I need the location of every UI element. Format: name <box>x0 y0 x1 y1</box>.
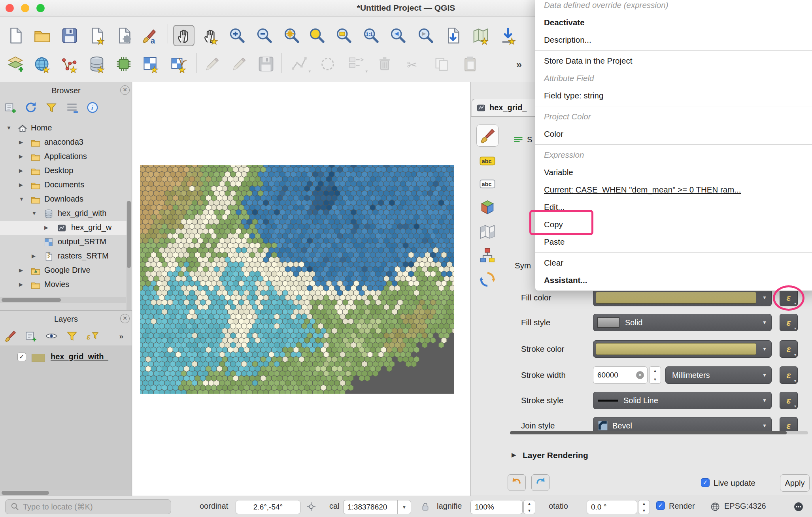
stroke-style-data-defined-button[interactable]: ε▾ <box>780 392 798 409</box>
menu-item-assistant[interactable]: Assistant... <box>535 272 812 289</box>
pan-map-button[interactable] <box>173 25 195 46</box>
new-print-layout-button[interactable]: ★ <box>86 25 108 46</box>
chevron-down-icon[interactable]: ▼ <box>32 210 37 216</box>
zoom-last-button[interactable] <box>387 25 409 46</box>
stroke-color-data-defined-button[interactable]: ε▾ <box>780 340 798 358</box>
new-virtual-layer-button[interactable] <box>113 53 134 75</box>
chevron-right-icon[interactable]: ▶ <box>19 267 23 273</box>
digitize-line-button[interactable]: ▾ <box>289 53 310 75</box>
chevron-down-icon[interactable]: ▼ <box>397 500 411 514</box>
delete-selected-button[interactable] <box>374 53 395 75</box>
tree-item-hex_grid_w[interactable]: ▶hex_grid_w <box>0 221 127 235</box>
tree-item-desktop[interactable]: ▶Desktop <box>0 164 127 178</box>
zoom-to-selection-button[interactable] <box>306 25 328 46</box>
menu-item-variable[interactable]: Variable <box>535 164 812 181</box>
toolbar-overflow-button[interactable]: » <box>511 53 533 75</box>
dock-view-button[interactable]: ★ <box>497 25 519 46</box>
copy-features-button[interactable] <box>431 53 452 75</box>
rotation-stepper[interactable]: ▲▼ <box>638 500 650 514</box>
browser-panel-close-icon[interactable]: ✕ <box>120 85 130 95</box>
clear-value-icon[interactable]: ✕ <box>636 371 644 379</box>
panel-overflow-button[interactable]: » <box>115 328 131 344</box>
menu-item-current[interactable]: Current: CASE WHEN "dem_mean" >= 0 THEN … <box>535 181 812 198</box>
history-tab[interactable] <box>476 268 499 291</box>
chevron-down-icon[interactable]: ▼ <box>19 196 24 202</box>
new-shapefile-layer-button[interactable]: ★ <box>59 53 80 75</box>
open-data-source-manager-button[interactable] <box>5 53 26 75</box>
fill-style-dropdown[interactable]: Solid ▼ <box>593 314 772 331</box>
hex-grid-map[interactable] <box>140 165 454 394</box>
properties-button[interactable]: i <box>85 100 100 115</box>
style-manager-button[interactable]: a <box>139 25 160 46</box>
paste-features-button[interactable] <box>459 53 481 75</box>
filter-by-expression-button[interactable]: ε <box>85 328 100 344</box>
styling-horizontal-scrollbar[interactable] <box>510 431 808 434</box>
zoom-out-button[interactable] <box>254 25 275 46</box>
stroke-width-stepper[interactable]: ▲▼ <box>649 366 661 384</box>
new-map-view-button[interactable] <box>442 25 464 46</box>
chevron-right-icon[interactable]: ▶ <box>19 168 23 174</box>
render-checkbox[interactable]: ✓ <box>656 501 665 510</box>
live-update-checkbox[interactable]: ✓ <box>701 478 710 487</box>
stroke-color-button[interactable]: ▼ <box>593 340 772 358</box>
tree-item-anaconda3[interactable]: ▶anaconda3 <box>0 136 127 150</box>
menu-item-clear[interactable]: Clear <box>535 254 812 272</box>
tree-item-home[interactable]: ▼Home <box>0 121 127 136</box>
expand-triangle-icon[interactable]: ▶ <box>512 451 516 459</box>
rotation-input[interactable]: 0.0 ° <box>587 500 637 514</box>
add-group-button[interactable] <box>23 328 39 344</box>
stroke-width-input[interactable]: 60000 ✕ <box>593 366 648 384</box>
layer-rendering-section[interactable]: Layer Rendering <box>523 451 588 460</box>
filter-browser-button[interactable] <box>43 100 59 115</box>
stroke-style-dropdown[interactable]: Solid Line ▼ <box>593 392 772 409</box>
new-3d-map-view-button[interactable]: ★ <box>470 25 491 46</box>
open-layer-styling-button[interactable] <box>2 328 18 344</box>
add-selected-layers-button[interactable] <box>2 100 18 115</box>
modify-attributes-button[interactable]: ▾ <box>346 53 367 75</box>
locate-search-input[interactable]: Type to locate (⌘K) <box>5 499 171 514</box>
toggle-editing-button[interactable] <box>228 53 250 75</box>
fill-color-button[interactable]: ▼ <box>593 289 772 306</box>
save-project-button[interactable] <box>59 25 80 46</box>
current-edits-button[interactable] <box>202 53 223 75</box>
show-layout-manager-button[interactable] <box>113 25 135 46</box>
messages-icon[interactable] <box>793 501 804 512</box>
zoom-full-button[interactable] <box>281 25 302 46</box>
lock-scale-icon[interactable] <box>420 501 431 512</box>
menu-item-description[interactable]: Description... <box>535 31 812 49</box>
chevron-right-icon[interactable]: ▶ <box>19 153 23 159</box>
menu-item-paste[interactable]: Paste <box>535 233 812 251</box>
select-features-button[interactable] <box>317 53 338 75</box>
chevron-right-icon[interactable]: ▶ <box>32 253 36 259</box>
tree-item-movies[interactable]: ▶Movies <box>0 278 127 292</box>
zoom-in-button[interactable] <box>227 25 248 46</box>
zoom-to-layer-button[interactable] <box>333 25 355 46</box>
fill-style-data-defined-button[interactable]: ε▾ <box>780 314 798 331</box>
magnifier-stepper[interactable]: ▲▼ <box>523 500 535 514</box>
view-3d-tab[interactable] <box>476 196 499 219</box>
cut-features-button[interactable]: ✂ <box>402 53 424 75</box>
tree-item-output_srtm[interactable]: output_SRTM <box>0 235 127 249</box>
undo-button[interactable] <box>508 474 526 491</box>
new-geopackage-layer-button[interactable]: ★ <box>86 53 108 75</box>
transparency-tab[interactable] <box>476 221 499 243</box>
add-wms-layer-button[interactable]: ★ <box>32 53 53 75</box>
labels-tab[interactable]: abc <box>476 150 499 172</box>
scale-combobox[interactable]: 1:38378620 ▼ <box>343 500 411 514</box>
browser-vertical-scrollbar[interactable] <box>127 201 131 311</box>
manage-map-themes-button[interactable] <box>43 328 59 344</box>
mouse-position-icon[interactable] <box>306 501 317 512</box>
map-viewport[interactable] <box>132 82 470 496</box>
refresh-button[interactable] <box>23 100 39 115</box>
layer-visibility-checkbox[interactable]: ✓ <box>17 353 26 361</box>
filter-legend-button[interactable] <box>64 328 80 344</box>
open-project-button[interactable] <box>32 25 53 46</box>
chevron-right-icon[interactable]: ▶ <box>19 182 23 188</box>
mask-tab[interactable]: abc <box>476 173 499 195</box>
redo-button[interactable] <box>531 474 550 491</box>
coordinate-input[interactable]: 2.6°,-54° <box>236 500 300 514</box>
collapse-all-button[interactable] <box>64 100 80 115</box>
browser-horizontal-scrollbar[interactable] <box>0 297 126 303</box>
menu-item-color[interactable]: Color <box>535 125 812 143</box>
pan-to-selection-button[interactable]: ★ <box>200 25 221 46</box>
